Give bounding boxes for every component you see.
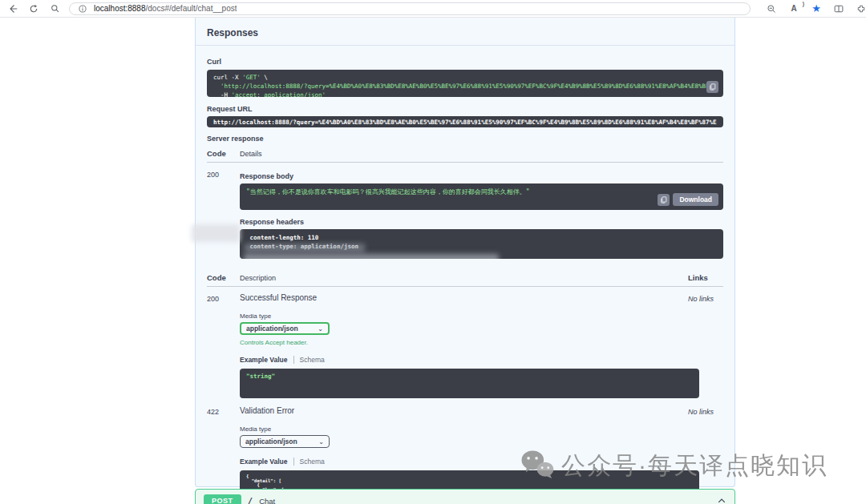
refresh-icon[interactable] [27,2,40,15]
responses-head-links: Links [688,273,723,282]
server-response-code: 200 [207,169,240,259]
responses-section-title: Responses [207,27,258,38]
post-method-badge: POST [204,494,241,504]
responses-head-code: Code [207,273,240,282]
favorite-star-icon[interactable]: ★ [810,2,823,15]
media-type-label: Media type [240,312,688,320]
response-body-label: Response body [240,172,723,180]
chevron-up-icon[interactable] [717,496,726,504]
media-type-value: application/json [245,437,297,446]
media-type-label: Media type [240,425,688,433]
curl-label: Curl [207,58,723,66]
response-description: Validation Error [240,406,688,415]
swagger-get-opblock: Responses Curl curl -X 'GET' \ 'http://l… [195,18,735,487]
controls-accept-note: Controls Accept header. [240,339,688,346]
tab-example-value[interactable]: Example Value [240,458,293,466]
response-row-200: 200 Successful Response Media type appli… [207,293,723,398]
example-schema-tabs: Example Value Schema [240,458,688,466]
copy-curl-icon[interactable] [706,81,718,93]
server-response-row: 200 Response body "当然记得，你不是说你喜欢车和电影吗？很高兴… [207,169,723,259]
tab-example-value[interactable]: Example Value [240,356,293,364]
post-endpoint-path: / [248,496,253,504]
responses-table-head: Code Description Links [207,273,723,287]
tab-schema[interactable]: Schema [293,458,330,466]
read-aloud-icon[interactable]: A) [787,2,800,15]
url-path: /docs#/default/chat__post [146,4,237,13]
redaction-blur [244,254,499,259]
server-head-code: Code [207,149,240,158]
url-host: localhost:8888 [94,4,146,13]
back-icon[interactable] [6,2,19,15]
response-description: Successful Response [240,293,688,302]
curl-command: curl -X 'GET' \ 'http://localhost:8888/?… [213,74,717,97]
post-endpoint-description: Chat [259,497,275,504]
browser-extensions-icon[interactable] [855,2,866,15]
responses-head-description: Description [240,274,688,282]
server-response-table-head: Code Details [207,149,723,163]
request-url-value: http://localhost:8888/?query=%E4%BD%A0%E… [213,119,717,126]
tab-schema[interactable]: Schema [293,356,330,364]
redaction-blur [192,224,240,242]
request-url-label: Request URL [207,105,723,113]
toolbar-right-icons: A) ★ [765,2,860,15]
zoom-out-icon[interactable] [765,2,778,15]
download-button[interactable]: Download [673,193,718,206]
example-value: "string" [246,373,693,380]
example-schema-tabs: Example Value Schema [240,356,688,364]
media-type-value: application/json [246,325,298,333]
server-response-label: Server response [207,135,723,143]
browser-toolbar: localhost:8888/docs#/default/chat__post … [0,0,866,18]
responses-title-row: Responses [196,18,734,46]
response-headers-block: content-length: 110 content-type: applic… [240,229,723,259]
response-code: 200 [207,293,240,398]
redaction-blur [245,244,365,252]
post-chat-opblock-header[interactable]: POST / Chat [195,489,735,504]
example-value-block: "string" [240,369,699,398]
server-head-details: Details [240,150,723,158]
url-text: localhost:8888/docs#/default/chat__post [94,4,237,13]
request-url-block: http://localhost:8888/?query=%E4%BD%A0%E… [207,116,723,127]
curl-code-block: curl -X 'GET' \ 'http://localhost:8888/?… [207,70,723,97]
chevron-down-icon: ⌄ [318,325,323,333]
site-info-icon[interactable] [76,2,89,15]
response-body-block: "当然记得，你不是说你喜欢车和电影吗？很高兴我能记起这些内容，你的喜好都会同我长… [240,183,723,210]
split-screen-icon[interactable] [832,2,845,15]
address-bar[interactable]: localhost:8888/docs#/default/chat__post [69,2,751,15]
response-headers-label: Response headers [240,218,723,226]
media-type-select[interactable]: application/json ⌄ [240,322,330,335]
media-type-select[interactable]: application/json ⌄ [240,435,330,448]
search-icon[interactable] [48,2,61,15]
copy-response-icon[interactable] [658,194,670,206]
chevron-down-icon: ⌄ [318,438,324,446]
response-body-value: "当然记得，你不是说你喜欢车和电影吗？很高兴我能记起这些内容，你的喜好都会同我长… [246,187,717,196]
